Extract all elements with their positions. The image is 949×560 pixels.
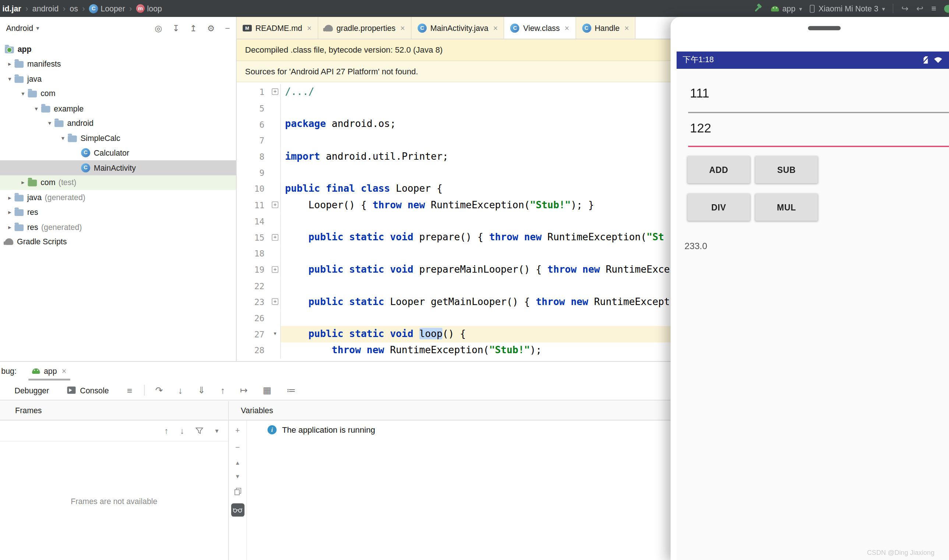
line-number: 6 — [237, 116, 281, 132]
tree-item-example[interactable]: ▾example — [0, 101, 236, 116]
button-sub[interactable]: SUB — [755, 156, 818, 183]
chevron-right-icon[interactable]: ▸ — [5, 194, 14, 200]
chevron-right-icon[interactable]: ▸ — [5, 61, 14, 67]
frames-empty-text: Frames are not available — [71, 496, 157, 506]
up-arrow-icon[interactable]: ↑ — [164, 426, 169, 435]
breadcrumb-item-id-jar[interactable]: id.jar — [1, 4, 22, 13]
close-icon[interactable]: × — [493, 23, 498, 32]
phone-status-bar: 下午1:18 — [676, 52, 949, 68]
tab-readme-md[interactable]: MREADME.md× — [237, 17, 319, 38]
layout-settings-icon[interactable]: ≔ — [287, 385, 296, 396]
device-select[interactable]: Xiaomi Mi Note 3 ▾ — [810, 4, 885, 13]
close-icon[interactable]: × — [62, 366, 66, 376]
breadcrumb-item-android[interactable]: android — [31, 4, 60, 13]
redo-arrow-icon[interactable]: ↪ — [901, 4, 909, 13]
step-over-icon[interactable]: ↷ — [156, 385, 163, 396]
breadcrumb-label: Looper — [100, 4, 125, 13]
operand1-field[interactable]: 111 — [690, 86, 709, 100]
close-icon[interactable]: × — [400, 23, 405, 32]
tab-label: gradle.properties — [336, 23, 395, 32]
build-hammer-icon[interactable] — [753, 4, 763, 13]
tree-item-manifests[interactable]: ▸manifests — [0, 57, 236, 71]
step-into-icon[interactable]: ↓ — [178, 385, 183, 395]
breadcrumb: id.jar›android›os›CLooper›mloop — [1, 4, 163, 13]
tab-handle[interactable]: CHandle× — [576, 17, 635, 38]
show-watches-icon[interactable] — [231, 503, 244, 517]
tree-item-label: java — [27, 74, 42, 83]
close-icon[interactable]: × — [307, 23, 311, 32]
profiler-icon[interactable] — [944, 5, 949, 12]
project-view-select[interactable]: Android ▾ — [6, 23, 39, 33]
tab-label: Handle — [595, 23, 619, 32]
chevron-down-icon[interactable]: ▾ — [58, 135, 68, 141]
view-grid-icon[interactable]: ▦ — [263, 385, 271, 396]
button-mul[interactable]: MUL — [755, 194, 818, 221]
tree-item-com-test[interactable]: ▸com(test) — [0, 175, 236, 190]
tree-item-android[interactable]: ▾android — [0, 116, 236, 131]
tree-item-calculator[interactable]: CCalculator — [0, 145, 236, 160]
debug-session-tab[interactable]: app × — [26, 362, 72, 380]
move-down-icon[interactable]: ▼ — [235, 474, 240, 479]
chevron-down-icon[interactable]: ▾ — [31, 105, 41, 112]
fold-icon[interactable]: + — [272, 89, 278, 95]
tree-item-res-generated[interactable]: ▸res(generated) — [0, 220, 236, 234]
force-step-into-icon[interactable]: ⇓ — [198, 385, 205, 396]
breadcrumb-item-loop[interactable]: mloop — [135, 4, 163, 13]
dropdown-arrow-icon[interactable]: ▾ — [215, 427, 218, 435]
tree-item-label: app — [18, 45, 32, 54]
chevron-down-icon[interactable]: ▾ — [18, 90, 28, 97]
tab-view-class[interactable]: CView.class× — [504, 17, 576, 38]
chevron-down-icon: ▾ — [882, 5, 885, 12]
view-options-icon[interactable]: ≡ — [127, 385, 132, 395]
tree-item-java[interactable]: ▾java — [0, 71, 236, 86]
tab-gradle-properties[interactable]: gradle.properties× — [319, 17, 411, 38]
tree-item-com[interactable]: ▾com — [0, 86, 236, 101]
settings-gear-icon[interactable]: ⚙ — [207, 23, 215, 33]
tree-item-java-generated[interactable]: ▸java(generated) — [0, 190, 236, 205]
line-number: 14 — [237, 214, 281, 229]
collapse-all-icon[interactable]: ↥ — [189, 23, 197, 33]
chevron-right-icon[interactable]: ▸ — [5, 224, 14, 230]
down-arrow-icon[interactable]: ↓ — [180, 426, 185, 435]
tab-debugger[interactable]: Debugger — [14, 386, 49, 395]
tree-item-mainactivity[interactable]: CMainActivity — [0, 160, 236, 175]
tree-item-gradle-scripts[interactable]: Gradle Scripts — [0, 234, 236, 249]
tree-item-simplecalc[interactable]: ▾SimpleCalc — [0, 131, 236, 145]
filter-icon[interactable] — [196, 427, 203, 435]
chevron-down-icon[interactable]: ▾ — [45, 120, 54, 126]
breadcrumb-item-looper[interactable]: CLooper — [88, 4, 126, 13]
undo-arrow-icon[interactable]: ↩ — [916, 4, 923, 13]
fold-icon[interactable]: ▾ — [272, 331, 278, 337]
fold-icon[interactable]: + — [272, 234, 278, 240]
run-to-cursor-icon[interactable]: ↦ — [240, 385, 248, 396]
line-number: 1+ — [237, 84, 281, 100]
tab-console[interactable]: Console — [67, 386, 109, 395]
add-watch-icon[interactable]: + — [235, 426, 240, 435]
remove-watch-icon[interactable]: − — [235, 443, 240, 452]
hide-panel-icon[interactable]: − — [225, 23, 230, 33]
close-icon[interactable]: × — [565, 23, 569, 32]
fold-icon[interactable]: + — [272, 298, 278, 305]
button-add[interactable]: ADD — [688, 156, 750, 183]
close-icon[interactable]: × — [624, 23, 629, 32]
operand2-field[interactable]: 122 — [690, 121, 711, 135]
chevron-down-icon[interactable]: ▾ — [5, 75, 14, 82]
chevron-right-icon[interactable]: ▸ — [5, 209, 14, 215]
fold-icon[interactable]: + — [272, 202, 278, 208]
hamburger-menu-icon[interactable]: ≡ — [931, 4, 936, 13]
tree-item-res[interactable]: ▸res — [0, 205, 236, 220]
chevron-right-icon[interactable]: ▸ — [18, 179, 28, 186]
step-out-icon[interactable]: ↑ — [220, 385, 225, 395]
button-div[interactable]: DIV — [688, 194, 750, 221]
breadcrumb-item-os[interactable]: os — [68, 4, 79, 13]
tab-mainactivity-java[interactable]: CMainActivity.java× — [411, 17, 504, 38]
move-up-icon[interactable]: ▲ — [235, 460, 240, 466]
duplicate-icon[interactable] — [234, 488, 241, 495]
scroll-from-source-icon[interactable]: ↧ — [172, 23, 179, 33]
run-configuration-select[interactable]: app ▾ — [771, 4, 802, 13]
gradle-icon — [324, 25, 333, 31]
breadcrumb-label: loop — [147, 4, 162, 13]
locate-icon[interactable]: ◎ — [155, 23, 162, 33]
tree-item-app[interactable]: app — [0, 42, 236, 56]
fold-icon[interactable]: + — [272, 266, 278, 272]
